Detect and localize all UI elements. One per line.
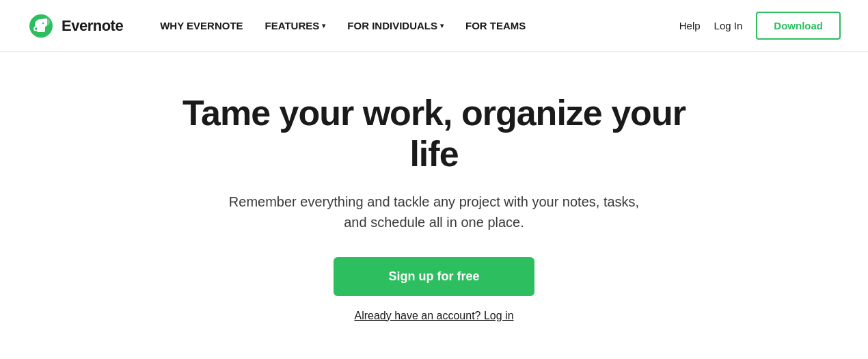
download-button[interactable]: Download [756, 12, 841, 40]
nav-item-features[interactable]: FEATURES ▾ [256, 14, 336, 37]
signup-button[interactable]: Sign up for free [334, 257, 534, 296]
hero-title: Tame your work, organize your life [161, 93, 707, 175]
nav-item-for-individuals[interactable]: FOR INDIVIDUALS ▾ [338, 14, 453, 37]
hero-section: Tame your work, organize your life Remem… [0, 52, 868, 349]
navbar: Evernote WHY EVERNOTE FEATURES ▾ FOR IND… [0, 0, 868, 52]
login-link[interactable]: Log In [714, 20, 743, 31]
brand-name: Evernote [62, 17, 123, 35]
svg-point-0 [42, 22, 44, 23]
nav-item-for-teams[interactable]: FOR TEAMS [456, 14, 535, 37]
navbar-actions: Help Log In Download [679, 12, 841, 40]
logo-link[interactable]: Evernote [27, 12, 123, 40]
nav-item-why-evernote[interactable]: WHY EVERNOTE [150, 14, 252, 37]
hero-login-link[interactable]: Already have an account? Log in [354, 310, 513, 322]
evernote-logo-icon [27, 12, 55, 40]
hero-subtitle: Remember everything and tackle any proje… [222, 191, 646, 232]
help-link[interactable]: Help [679, 20, 701, 31]
nav-menu: WHY EVERNOTE FEATURES ▾ FOR INDIVIDUALS … [150, 14, 679, 37]
chevron-down-icon: ▾ [322, 22, 325, 29]
chevron-down-icon: ▾ [440, 22, 444, 29]
